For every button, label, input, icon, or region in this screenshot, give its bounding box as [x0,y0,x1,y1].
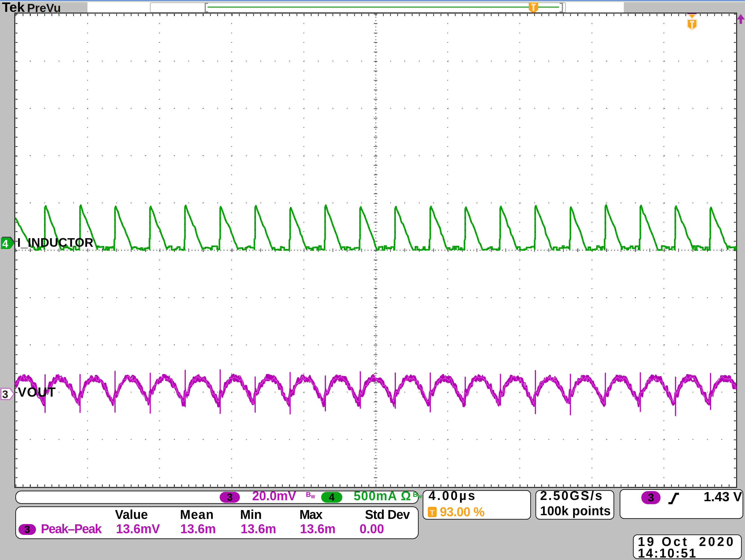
svg-text:3: 3 [2,388,8,400]
svg-text:4: 4 [2,238,8,250]
